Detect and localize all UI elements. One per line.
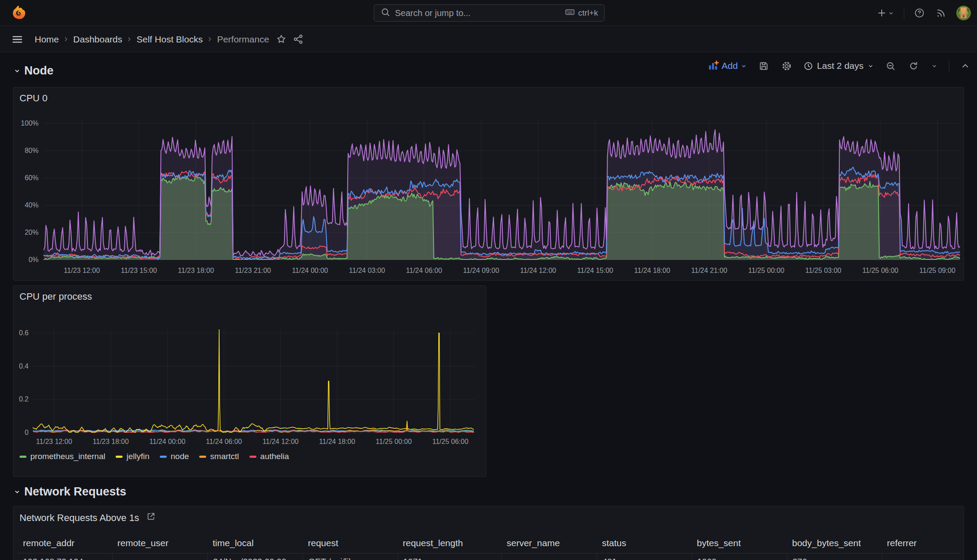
mega-menu-toggle[interactable]: [10, 32, 24, 46]
chevron-right-icon: [207, 36, 213, 42]
search-shortcut: ctrl+k: [565, 7, 598, 19]
add-panel-button[interactable]: Add: [708, 60, 747, 71]
svg-text:11/24 09:00: 11/24 09:00: [463, 267, 499, 274]
column-header-request-length[interactable]: request_length: [398, 533, 501, 553]
svg-text:11/23 18:00: 11/23 18:00: [93, 438, 129, 445]
refresh-interval-picker[interactable]: [930, 62, 938, 70]
time-range-label: Last 2 days: [817, 61, 864, 71]
cell-request: GET /api/lib: [303, 554, 398, 560]
legend-item-prometheus-internal[interactable]: prometheus_internal: [19, 452, 105, 461]
panel-network-requests-title[interactable]: Network Requests Above 1s: [19, 511, 156, 524]
star-icon: [276, 34, 287, 45]
cell-bytes-sent: 1060: [692, 554, 787, 560]
search-input[interactable]: Search or jump to... ctrl+k: [374, 4, 605, 22]
svg-text:11/23 12:00: 11/23 12:00: [36, 438, 72, 445]
share-dashboard-button[interactable]: [292, 33, 304, 45]
add-visualization-icon: [708, 60, 719, 71]
news-button[interactable]: [935, 6, 948, 19]
cpu0-chart[interactable]: 0%20%40%60%80%100%11/23 12:0011/23 15:00…: [18, 107, 960, 281]
legend-marker: [249, 456, 256, 458]
clock-icon: [803, 61, 813, 71]
legend-item-smartctl[interactable]: smartctl: [199, 452, 239, 461]
column-header-referrer[interactable]: referrer: [882, 533, 960, 553]
svg-text:0%: 0%: [29, 256, 39, 263]
section-title-network-requests: Network Requests: [24, 485, 126, 498]
breadcrumb-home[interactable]: Home: [35, 34, 59, 45]
panel-cpu-per-process: CPU per process 00.20.40.611/23 12:0011/…: [13, 285, 486, 477]
cell-server-name: [501, 554, 597, 560]
column-header-status[interactable]: status: [597, 533, 692, 553]
breadcrumb-dashboards[interactable]: Dashboards: [73, 34, 122, 45]
column-header-request[interactable]: request: [303, 533, 398, 553]
cell-referrer: [882, 554, 960, 560]
svg-text:11/24 06:00: 11/24 06:00: [206, 438, 242, 445]
table-row: 192.168.73.104 24/Nov/2023 00:00 GET /ap…: [18, 554, 960, 560]
panel-cpu0-title[interactable]: CPU 0: [19, 93, 48, 104]
chevron-down-icon: [931, 63, 938, 69]
chevron-down-icon: [867, 63, 874, 69]
user-avatar[interactable]: [956, 6, 971, 20]
cell-remote-addr: 192.168.73.104: [18, 554, 112, 560]
cell-request-length: 1071: [398, 554, 501, 560]
svg-text:60%: 60%: [25, 174, 39, 181]
svg-text:11/24 00:00: 11/24 00:00: [149, 438, 185, 445]
svg-text:0.6: 0.6: [19, 329, 29, 337]
column-header-server-name[interactable]: server_name: [501, 533, 597, 553]
chevron-down-icon: [888, 10, 894, 16]
refresh-icon: [908, 61, 919, 71]
help-button[interactable]: [913, 6, 926, 19]
chevron-right-icon: [126, 36, 133, 42]
svg-text:11/24 03:00: 11/24 03:00: [349, 267, 385, 274]
svg-text:11/23 21:00: 11/23 21:00: [235, 267, 271, 274]
legend-marker: [116, 456, 123, 458]
panel-network-requests-table: Network Requests Above 1s remote_addr re…: [13, 506, 964, 560]
column-header-remote-addr[interactable]: remote_addr: [18, 533, 112, 553]
svg-text:11/24 06:00: 11/24 06:00: [406, 267, 442, 274]
svg-text:11/25 06:00: 11/25 06:00: [432, 438, 468, 445]
column-header-remote-user[interactable]: remote_user: [112, 533, 207, 553]
zoom-out-time-button[interactable]: [884, 60, 897, 72]
time-range-picker[interactable]: Last 2 days: [803, 61, 874, 71]
external-link-icon[interactable]: [146, 511, 156, 524]
panel-cpu0: CPU 0 0%20%40%60%80%100%11/23 12:0011/23…: [13, 87, 964, 281]
kiosk-mode-toggle[interactable]: [960, 60, 971, 71]
svg-text:40%: 40%: [25, 201, 39, 209]
column-header-time-local[interactable]: time_local: [207, 533, 303, 553]
cell-body-bytes-sent: 276: [787, 554, 882, 560]
svg-text:11/25 00:00: 11/25 00:00: [376, 438, 412, 445]
gear-icon: [781, 61, 792, 71]
column-header-bytes-sent[interactable]: bytes_sent: [692, 533, 787, 553]
refresh-dashboard-button[interactable]: [907, 60, 920, 72]
svg-text:11/24 18:00: 11/24 18:00: [319, 438, 355, 445]
top-navigation-bar: Search or jump to... ctrl+k: [0, 0, 977, 26]
favorite-dashboard-button[interactable]: [275, 33, 288, 45]
toolbar-divider: [949, 60, 949, 72]
cell-status: 401: [597, 554, 692, 560]
topbar-divider: [904, 7, 904, 19]
breadcrumb-folder[interactable]: Self Host Blocks: [136, 34, 203, 45]
legend-item-jellyfin[interactable]: jellyfin: [116, 452, 149, 461]
keyboard-icon: [565, 7, 575, 19]
legend-item-authelia[interactable]: authelia: [249, 452, 289, 461]
legend-marker: [19, 456, 26, 458]
dashboard-toolbar-bar: Home Dashboards Self Host Blocks Perform…: [0, 26, 977, 52]
legend-item-node[interactable]: node: [160, 452, 189, 461]
row-network-requests[interactable]: Network Requests: [13, 482, 126, 502]
panel-cpu-per-process-title[interactable]: CPU per process: [19, 291, 92, 302]
save-dashboard-button[interactable]: [757, 60, 770, 72]
column-header-body-bytes-sent[interactable]: body_bytes_sent: [787, 533, 882, 553]
svg-text:11/24 00:00: 11/24 00:00: [292, 267, 328, 274]
new-menu-button[interactable]: [876, 7, 895, 19]
row-node[interactable]: Node: [13, 61, 54, 81]
save-icon: [758, 61, 769, 71]
chevron-down-icon: [13, 488, 21, 495]
svg-text:11/24 12:00: 11/24 12:00: [520, 267, 556, 274]
dashboard-settings-button[interactable]: [780, 60, 793, 72]
svg-text:0: 0: [25, 429, 29, 436]
svg-text:11/23 15:00: 11/23 15:00: [121, 267, 157, 274]
grafana-logo-icon[interactable]: [11, 5, 26, 21]
cpu-per-process-chart[interactable]: 00.20.40.611/23 12:0011/23 18:0011/24 00…: [18, 305, 482, 450]
rss-icon: [935, 7, 947, 19]
svg-text:11/24 21:00: 11/24 21:00: [691, 267, 727, 274]
search-placeholder: Search or jump to...: [395, 8, 560, 18]
